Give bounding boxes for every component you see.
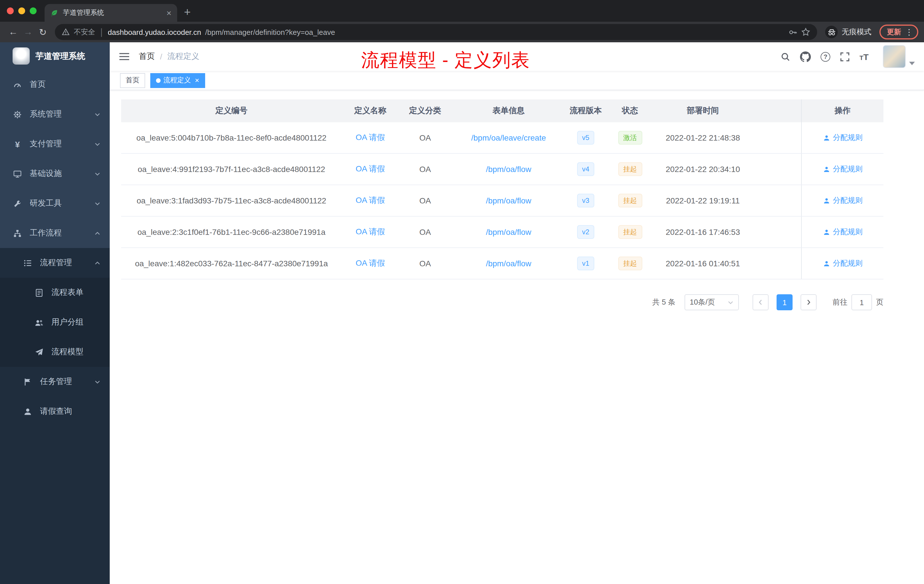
close-window-button[interactable] [7, 7, 14, 14]
active-dot [156, 78, 160, 82]
table-row: oa_leave:1:482ec033-762a-11ec-8477-a2380… [121, 248, 883, 279]
caret-down-icon[interactable] [909, 62, 915, 65]
sidebar-item-leave-query[interactable]: 请假查询 [0, 397, 110, 426]
status-tag: 挂起 [618, 257, 642, 270]
version-tag: v2 [577, 225, 594, 239]
search-icon[interactable] [780, 52, 790, 61]
form-link[interactable]: /bpm/oa/flow [486, 228, 531, 237]
assign-rule-link[interactable]: 分配规则 [823, 164, 863, 174]
minimize-window-button[interactable] [18, 7, 25, 14]
sidebar-item-system-management[interactable]: 系统管理 [0, 99, 110, 129]
breadcrumb-current: 流程定义 [167, 51, 200, 62]
back-icon[interactable]: ← [6, 27, 21, 37]
form-link[interactable]: /bpm/oa/flow [486, 165, 531, 174]
sidebar-item-label: 流程表单 [51, 287, 83, 298]
table-row: oa_leave:3:1fad3d93-7b75-11ec-a3c8-acde4… [121, 185, 883, 216]
incognito-label: 无痕模式 [842, 27, 871, 37]
user-avatar[interactable] [883, 45, 906, 68]
incognito-badge: 无痕模式 [825, 26, 871, 38]
table-row: oa_leave:2:3c1f0ef1-76b1-11ec-9c66-a2380… [121, 216, 883, 248]
sidebar-item-label: 基础设施 [30, 168, 62, 179]
password-key-icon[interactable] [789, 28, 797, 36]
sidebar-item-task-management[interactable]: 任务管理 [0, 367, 110, 397]
status-tag: 挂起 [618, 194, 642, 208]
zoom-window-button[interactable] [30, 7, 36, 14]
page-size-value: 10条/页 [690, 297, 715, 307]
chevron-down-icon [94, 171, 101, 177]
assign-rule-link[interactable]: 分配规则 [823, 195, 863, 206]
breadcrumb-home[interactable]: 首页 [139, 51, 155, 62]
tag-process-definition[interactable]: 流程定义 × [150, 73, 205, 88]
users-icon [34, 317, 44, 327]
browser-tab[interactable]: 芋道管理系统 × [45, 4, 177, 22]
form-link[interactable]: /bpm/oa/leave/create [471, 133, 546, 142]
not-secure-warning-icon[interactable] [62, 28, 70, 36]
user-menu[interactable] [883, 45, 915, 68]
sidebar-item-home[interactable]: 首页 [0, 70, 110, 99]
definition-name-link[interactable]: OA 请假 [356, 133, 385, 143]
person-icon [23, 407, 33, 416]
definition-name-link[interactable]: OA 请假 [356, 227, 385, 237]
sidebar-logo[interactable]: 芋道管理系统 [0, 42, 110, 70]
chevron-up-icon [94, 230, 101, 236]
page-number-button[interactable]: 1 [777, 294, 792, 310]
definition-table: 定义编号 定义名称 定义分类 表单信息 流程版本 状态 部署时间 操作 oa_l… [121, 99, 883, 279]
assign-rule-link[interactable]: 分配规则 [823, 258, 863, 269]
bookmark-star-icon[interactable] [801, 27, 810, 36]
assign-rule-link[interactable]: 分配规则 [823, 227, 863, 237]
update-chip[interactable]: 更新 ⋮ [879, 25, 918, 40]
help-icon[interactable]: ? [820, 52, 830, 61]
font-size-icon[interactable]: TT [860, 52, 869, 61]
sidebar-item-workflow[interactable]: 工作流程 [0, 218, 110, 248]
update-label[interactable]: 更新 [887, 27, 901, 37]
flag-icon [23, 377, 33, 386]
screen: 芋道管理系统 × + ← → ↻ 不安全 | dashboard.yudao.i… [0, 0, 924, 584]
forward-icon[interactable]: → [21, 27, 35, 37]
fullscreen-icon[interactable] [840, 52, 850, 61]
app-title: 芋道管理系统 [35, 51, 85, 61]
next-page-button[interactable] [800, 294, 817, 310]
security-label[interactable]: 不安全 [74, 27, 95, 37]
page-goto-input[interactable] [851, 294, 872, 310]
sidebar-item-process-management[interactable]: 流程管理 [0, 248, 110, 278]
prev-page-button[interactable] [752, 294, 769, 310]
workflow-icon [13, 228, 22, 238]
logo-avatar [13, 48, 30, 64]
definition-category: OA [399, 122, 451, 153]
definition-name-link[interactable]: OA 请假 [356, 164, 385, 174]
sidebar-item-label: 任务管理 [40, 376, 72, 387]
sidebar-item-dev-tools[interactable]: 研发工具 [0, 188, 110, 218]
deploy-time: 2022-01-22 19:19:11 [654, 185, 751, 216]
definition-name-link[interactable]: OA 请假 [356, 195, 385, 206]
sidebar-item-label: 系统管理 [30, 109, 62, 119]
form-link[interactable]: /bpm/oa/flow [486, 196, 531, 205]
reload-icon[interactable]: ↻ [35, 26, 50, 38]
sidebar-item-user-group[interactable]: 用户分组 [0, 307, 110, 337]
browser-titlebar: 芋道管理系统 × + [0, 0, 924, 22]
address-bar[interactable]: 不安全 | dashboard.yudao.iocoder.cn /bpm/ma… [55, 24, 817, 40]
definition-category: OA [399, 154, 451, 185]
browser-menu-icon[interactable]: ⋮ [905, 28, 913, 36]
page-content: 定义编号 定义名称 定义分类 表单信息 流程版本 状态 部署时间 操作 oa_l… [110, 90, 924, 584]
page-size-select[interactable]: 10条/页 [685, 294, 739, 310]
deploy-time: 2022-01-16 01:40:51 [654, 248, 751, 279]
hamburger-icon[interactable] [119, 52, 130, 61]
assign-rule-link[interactable]: 分配规则 [823, 133, 863, 143]
sidebar-item-label: 首页 [30, 79, 46, 90]
window-controls [0, 0, 45, 22]
sidebar-item-payment-management[interactable]: ¥ 支付管理 [0, 129, 110, 159]
gear-icon [13, 109, 22, 119]
tag-close-icon[interactable]: × [195, 77, 199, 84]
form-link[interactable]: /bpm/oa/flow [486, 259, 531, 268]
breadcrumb-separator: / [160, 52, 162, 61]
new-tab-button[interactable]: + [184, 6, 191, 18]
sidebar-item-process-form[interactable]: 流程表单 [0, 278, 110, 307]
sidebar-item-process-model[interactable]: 流程模型 [0, 337, 110, 367]
definition-id: oa_leave:1:482ec033-762a-11ec-8477-a2380… [121, 248, 342, 279]
github-icon[interactable] [800, 51, 811, 62]
sidebar-item-infrastructure[interactable]: 基础设施 [0, 159, 110, 188]
browser-toolbar: ← → ↻ 不安全 | dashboard.yudao.iocoder.cn /… [0, 22, 924, 42]
tag-home[interactable]: 首页 [120, 73, 145, 88]
definition-name-link[interactable]: OA 请假 [356, 258, 385, 269]
tab-close-icon[interactable]: × [166, 8, 172, 17]
